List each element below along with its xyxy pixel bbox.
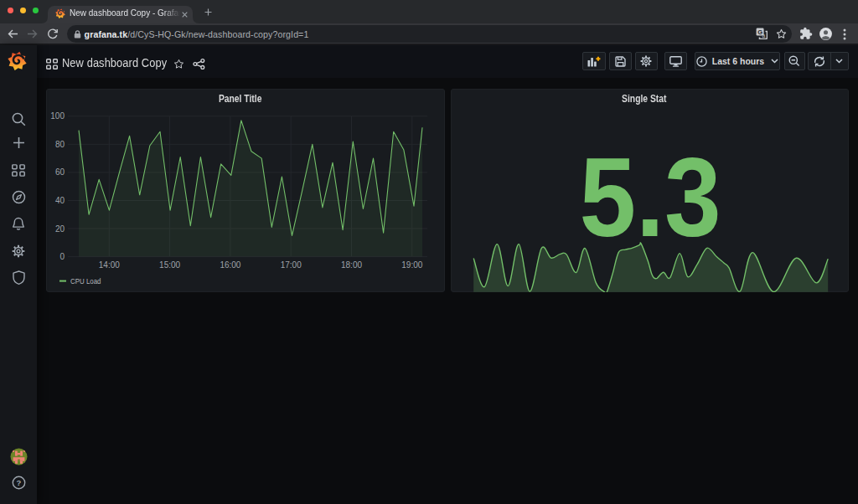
svg-text:15:00: 15:00 (159, 260, 180, 270)
svg-text:80: 80 (55, 140, 65, 149)
svg-text:?: ? (16, 478, 21, 487)
svg-text:CPU Load: CPU Load (70, 276, 101, 285)
svg-text:19:00: 19:00 (401, 260, 422, 270)
svg-text:20: 20 (55, 224, 65, 234)
svg-text:60: 60 (55, 168, 65, 177)
svg-text:40: 40 (55, 196, 65, 205)
svg-text:0: 0 (59, 252, 65, 261)
svg-text:a: a (762, 33, 765, 39)
svg-text:100: 100 (50, 112, 65, 121)
svg-text:16:00: 16:00 (220, 260, 240, 270)
svg-text:5.3: 5.3 (579, 135, 721, 260)
svg-text:18:00: 18:00 (341, 260, 362, 270)
svg-text:17:00: 17:00 (281, 260, 302, 270)
svg-text:14:00: 14:00 (99, 260, 120, 270)
